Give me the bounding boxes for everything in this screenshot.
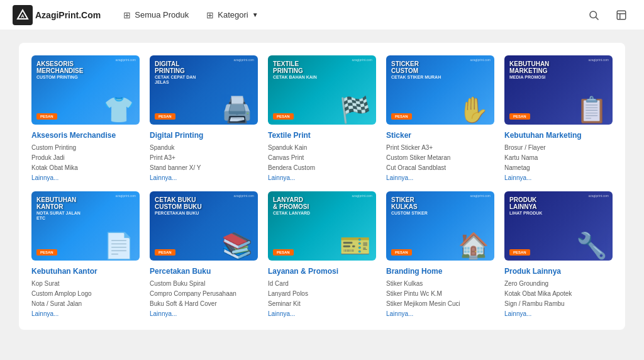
list-item: Custom Buku Spiral xyxy=(150,279,258,289)
card-image-branding: azagiprint.com STIKERKULKAS CUSTOM STIKE… xyxy=(386,191,494,261)
product-name-kantor: Kebutuhan Kantor xyxy=(31,267,140,276)
list-item: Sign / Rambu Rambu xyxy=(504,299,613,309)
all-products-nav[interactable]: ⊞ Semua Produk xyxy=(116,6,196,24)
list-item: Stiker Pintu Wc K.M xyxy=(386,289,494,299)
card-label-aksesoris: AKSESORISMERCHANDISE CUSTOM PRINTING xyxy=(36,60,83,80)
logo-text: AzagiPrint.Com xyxy=(35,10,101,20)
product-more-textile[interactable]: Lainnya... xyxy=(268,174,376,181)
product-items-lanyard: Id CardLanyard PolosSeminar Kit xyxy=(268,279,376,309)
card-bg-sticker: azagiprint.com STICKERCUSTOM CETAK STIKE… xyxy=(386,55,494,125)
user-icon xyxy=(616,9,627,21)
product-items-branding: Stiker KulkasStiker Pintu Wc K.MStiker M… xyxy=(386,279,494,309)
card-cta-marketing[interactable]: PESAN xyxy=(509,113,530,120)
card-subtitle-lanyard: CETAK LANYARD xyxy=(273,211,310,216)
card-cta-branding[interactable]: PESAN xyxy=(391,249,412,256)
account-button[interactable] xyxy=(611,5,631,25)
product-more-buku[interactable]: Lainnya... xyxy=(150,310,258,317)
card-label-branding: STIKERKULKAS CUSTOM STIKER xyxy=(391,196,428,216)
card-illus-marketing: 📋 xyxy=(576,95,608,125)
product-card-sticker[interactable]: azagiprint.com STICKERCUSTOM CETAK STIKE… xyxy=(386,55,494,181)
card-subtitle-buku: PERCETAKAN BUKU xyxy=(155,211,202,216)
svg-rect-4 xyxy=(617,11,626,20)
card-cta-kantor[interactable]: PESAN xyxy=(36,249,57,256)
product-items-marketing: Brosur / FlayerKartu NamaNametag xyxy=(504,143,613,173)
card-image-buku: azagiprint.com CETAK BUKUCUSTOM BUKU PER… xyxy=(150,191,258,261)
card-bg-branding: azagiprint.com STIKERKULKAS CUSTOM STIKE… xyxy=(386,191,494,261)
list-item: Nota / Surat Jalan xyxy=(31,299,140,309)
list-item: Stiker Kulkas xyxy=(386,279,494,289)
watermark-digital: azagiprint.com xyxy=(233,58,254,62)
product-card-marketing[interactable]: azagiprint.com KEBUTUHANMARKETING MEDIA … xyxy=(504,55,613,181)
card-label-kantor: KEBUTUHANKANTOR NOTA SURAT JALAN ETC xyxy=(36,196,87,222)
product-name-aksesoris: Aksesoris Merchandise xyxy=(31,131,140,140)
card-cta-lainnya[interactable]: PESAN xyxy=(509,249,530,256)
card-illus-lainnya: 🔧 xyxy=(576,231,608,261)
card-title-lainnya: PRODUKLAINNYA xyxy=(509,196,542,210)
product-card-digital[interactable]: azagiprint.com DIGITALPRINTING CETAK CEP… xyxy=(150,55,258,181)
product-more-kantor[interactable]: Lainnya... xyxy=(31,310,140,317)
category-label: Kategori xyxy=(218,10,248,20)
product-more-lanyard[interactable]: Lainnya... xyxy=(268,310,376,317)
card-title-sticker: STICKERCUSTOM xyxy=(391,60,441,74)
list-item: Spanduk Kain xyxy=(268,143,376,153)
card-image-kantor: azagiprint.com KEBUTUHANKANTOR NOTA SURA… xyxy=(31,191,140,261)
card-bg-digital: azagiprint.com DIGITALPRINTING CETAK CEP… xyxy=(150,55,258,125)
card-cta-aksesoris[interactable]: PESAN xyxy=(36,113,57,120)
card-subtitle-digital: CETAK CEPAT DAN JELAS xyxy=(155,75,205,86)
card-subtitle-branding: CUSTOM STIKER xyxy=(391,211,428,216)
card-bg-buku: azagiprint.com CETAK BUKUCUSTOM BUKU PER… xyxy=(150,191,258,261)
list-item: Buku Soft & Hard Cover xyxy=(150,299,258,309)
product-card-buku[interactable]: azagiprint.com CETAK BUKUCUSTOM BUKU PER… xyxy=(150,191,258,317)
watermark-marketing: azagiprint.com xyxy=(588,58,609,62)
watermark-lanyard: azagiprint.com xyxy=(352,194,372,198)
card-label-sticker: STICKERCUSTOM CETAK STIKER MURAH xyxy=(391,60,441,80)
product-name-sticker: Sticker xyxy=(386,131,494,140)
card-cta-textile[interactable]: PESAN xyxy=(273,113,294,120)
product-items-textile: Spanduk KainCanvas PrintBendera Custom xyxy=(268,143,376,173)
product-more-digital[interactable]: Lainnya... xyxy=(150,174,258,181)
card-image-sticker: azagiprint.com STICKERCUSTOM CETAK STIKE… xyxy=(386,55,494,125)
watermark-buku: azagiprint.com xyxy=(233,194,254,198)
list-item: Canvas Print xyxy=(268,153,376,163)
product-card-lainnya[interactable]: azagiprint.com PRODUKLAINNYA LIHAT PRODU… xyxy=(504,191,613,317)
product-more-aksesoris[interactable]: Lainnya... xyxy=(31,174,140,181)
product-more-sticker[interactable]: Lainnya... xyxy=(386,174,494,181)
list-item: Cut Oracal Sandblast xyxy=(386,163,494,173)
category-nav[interactable]: ⊞ Kategori ▼ xyxy=(199,6,265,24)
list-item: Bendera Custom xyxy=(268,163,376,173)
search-button[interactable] xyxy=(584,5,604,25)
product-card-textile[interactable]: azagiprint.com TEXTILEPRINTING CETAK BAH… xyxy=(268,55,376,181)
card-bg-marketing: azagiprint.com KEBUTUHANMARKETING MEDIA … xyxy=(504,55,613,125)
card-cta-buku[interactable]: PESAN xyxy=(155,249,175,256)
card-illus-aksesoris: 👕 xyxy=(103,95,135,125)
list-item: Spanduk xyxy=(150,143,258,153)
card-subtitle-textile: CETAK BAHAN KAIN xyxy=(273,75,317,80)
card-image-marketing: azagiprint.com KEBUTUHANMARKETING MEDIA … xyxy=(504,55,613,125)
watermark-textile: azagiprint.com xyxy=(352,58,372,62)
product-card-aksesoris[interactable]: azagiprint.com AKSESORISMERCHANDISE CUST… xyxy=(31,55,140,181)
card-bg-aksesoris: azagiprint.com AKSESORISMERCHANDISE CUST… xyxy=(31,55,140,125)
list-item: Id Card xyxy=(268,279,376,289)
product-name-textile: Textile Print xyxy=(268,131,376,140)
product-items-buku: Custom Buku SpiralCompro Company Perusah… xyxy=(150,279,258,309)
product-items-kantor: Kop SuratCustom Amplop LogoNota / Surat … xyxy=(31,279,140,309)
product-more-branding[interactable]: Lainnya... xyxy=(386,310,494,317)
card-cta-lanyard[interactable]: PESAN xyxy=(273,249,294,256)
product-card-lanyard[interactable]: azagiprint.com LANYARD& PROMOSI CETAK LA… xyxy=(268,191,376,317)
card-label-lainnya: PRODUKLAINNYA LIHAT PRODUK xyxy=(509,196,542,216)
card-illus-digital: 🖨️ xyxy=(221,95,253,125)
card-bg-lanyard: azagiprint.com LANYARD& PROMOSI CETAK LA… xyxy=(268,191,376,261)
card-label-textile: TEXTILEPRINTING CETAK BAHAN KAIN xyxy=(273,60,317,80)
product-more-marketing[interactable]: Lainnya... xyxy=(504,174,613,181)
card-cta-sticker[interactable]: PESAN xyxy=(391,113,412,120)
product-card-kantor[interactable]: azagiprint.com KEBUTUHANKANTOR NOTA SURA… xyxy=(31,191,140,317)
list-item: Custom Stiker Metaran xyxy=(386,153,494,163)
product-name-buku: Percetakan Buku xyxy=(150,267,258,276)
list-item: Brosur / Flayer xyxy=(504,143,613,153)
card-cta-digital[interactable]: PESAN xyxy=(155,113,175,120)
product-items-lainnya: Zero GroundingKotak Obat Mika ApotekSign… xyxy=(504,279,613,309)
nav-items: ⊞ Semua Produk ⊞ Kategori ▼ xyxy=(116,6,584,24)
product-more-lainnya[interactable]: Lainnya... xyxy=(504,310,613,317)
logo[interactable]: A AzagiPrint.Com xyxy=(13,5,101,25)
product-card-branding[interactable]: azagiprint.com STIKERKULKAS CUSTOM STIKE… xyxy=(386,191,494,317)
